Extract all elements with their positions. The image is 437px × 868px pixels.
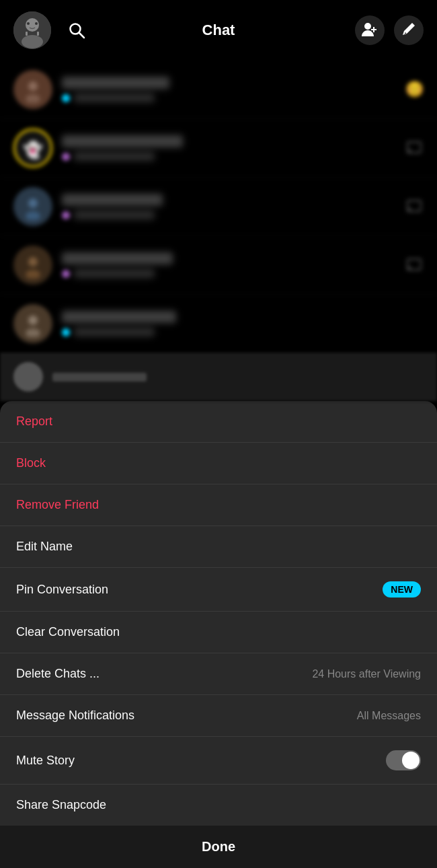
svg-point-25: [26, 328, 40, 337]
status-dot: [62, 153, 70, 161]
chat-item: 😊: [0, 61, 437, 119]
svg-rect-18: [407, 201, 421, 211]
avatar: [13, 187, 52, 226]
chat-info: [62, 135, 395, 161]
chat-item: [0, 236, 437, 295]
preview-text: [74, 328, 155, 336]
report-menu-item[interactable]: Report: [0, 401, 437, 443]
chat-preview: [62, 94, 396, 102]
svg-point-17: [26, 211, 40, 220]
chat-info: [62, 311, 424, 336]
message-icon: [405, 256, 424, 275]
share-snapcode-label: Share Snapcode: [16, 798, 106, 812]
context-menu-overlay: Report Block Remove Friend Edit Name Pin…: [0, 353, 437, 868]
message-notifications-menu-item[interactable]: Message Notifications All Messages: [0, 695, 437, 737]
share-snapcode-menu-item[interactable]: Share Snapcode: [0, 785, 437, 826]
svg-point-10: [28, 81, 38, 91]
block-menu-item[interactable]: Block: [0, 443, 437, 484]
chat-name: [62, 135, 183, 147]
svg-text:👻: 👻: [23, 140, 43, 159]
chat-right: [405, 197, 424, 216]
header-right: [355, 15, 424, 45]
message-icon: [405, 139, 424, 157]
svg-point-11: [26, 94, 40, 103]
chat-name: [62, 194, 163, 206]
chat-name: [62, 252, 173, 264]
toggle-knob: [402, 752, 420, 769]
avatar: [13, 70, 52, 109]
bottom-sheet: Report Block Remove Friend Edit Name Pin…: [0, 401, 437, 826]
mute-story-label: Mute Story: [16, 754, 75, 768]
svg-rect-6: [37, 32, 39, 36]
message-icon: [405, 197, 424, 216]
svg-point-3: [27, 22, 30, 25]
svg-rect-22: [407, 259, 421, 270]
chat-list: 😊 👻: [0, 61, 437, 353]
delete-chats-menu-item[interactable]: Delete Chats ... 24 Hours after Viewing: [0, 653, 437, 695]
chat-right: [405, 139, 424, 157]
avatar: [13, 246, 52, 285]
peek-avatar: [13, 362, 43, 392]
clear-conversation-menu-item[interactable]: Clear Conversation: [0, 612, 437, 653]
chat-info: [62, 252, 395, 278]
svg-point-9: [19, 76, 46, 103]
page-title: Chat: [202, 22, 235, 39]
chat-preview: [62, 152, 395, 161]
clear-conversation-label: Clear Conversation: [16, 625, 120, 639]
user-avatar[interactable]: [13, 11, 51, 49]
pin-conversation-menu-item[interactable]: Pin Conversation NEW: [0, 568, 437, 612]
mute-story-menu-item[interactable]: Mute Story: [0, 737, 437, 785]
svg-point-12: [15, 131, 50, 166]
done-label: Done: [202, 839, 235, 854]
header: Chat: [0, 0, 437, 61]
avatar: [13, 304, 52, 343]
chat-right: [405, 256, 424, 275]
message-notifications-label: Message Notifications: [16, 709, 134, 723]
svg-rect-14: [407, 142, 421, 153]
chat-preview: [62, 269, 395, 278]
avatar: 👻: [13, 129, 52, 168]
svg-point-23: [19, 310, 46, 337]
delete-chats-value: 24 Hours after Viewing: [312, 668, 421, 680]
remove-friend-menu-item[interactable]: Remove Friend: [0, 484, 437, 526]
svg-point-20: [28, 257, 38, 266]
chat-preview: [62, 211, 395, 219]
svg-point-21: [26, 270, 40, 279]
header-left: [13, 11, 90, 49]
svg-point-1: [26, 18, 39, 32]
peek-info: [52, 373, 424, 382]
preview-text: [74, 269, 155, 278]
svg-point-15: [19, 193, 46, 220]
edit-name-menu-item[interactable]: Edit Name: [0, 526, 437, 568]
chat-right: 😊: [405, 81, 424, 98]
chat-info: [62, 77, 396, 102]
status-dot: [62, 211, 70, 219]
chat-name: [62, 77, 169, 89]
add-friend-button[interactable]: [355, 15, 385, 45]
svg-line-8: [79, 33, 85, 38]
new-chat-button[interactable]: [394, 15, 424, 45]
svg-point-16: [28, 198, 38, 208]
svg-point-24: [28, 316, 38, 325]
search-button[interactable]: [63, 17, 90, 44]
chat-emoji: 😊: [405, 81, 424, 98]
done-bar[interactable]: Done: [0, 826, 437, 868]
delete-chats-label: Delete Chats ...: [16, 667, 100, 681]
chat-item: [0, 295, 437, 353]
svg-point-2: [22, 35, 43, 48]
report-label: Report: [16, 414, 52, 429]
preview-text: [74, 211, 155, 219]
peek-text: [52, 373, 147, 382]
peek-chat-item: [0, 353, 437, 401]
mute-story-toggle[interactable]: [386, 750, 421, 770]
svg-point-19: [19, 252, 46, 279]
chat-preview: [62, 328, 424, 336]
chat-item: [0, 178, 437, 236]
chat-name: [62, 311, 176, 323]
new-badge: NEW: [383, 581, 421, 598]
block-label: Block: [16, 456, 46, 470]
edit-name-label: Edit Name: [16, 540, 73, 554]
status-dot: [62, 94, 70, 102]
preview-text: [74, 94, 155, 102]
chat-info: [62, 194, 395, 219]
